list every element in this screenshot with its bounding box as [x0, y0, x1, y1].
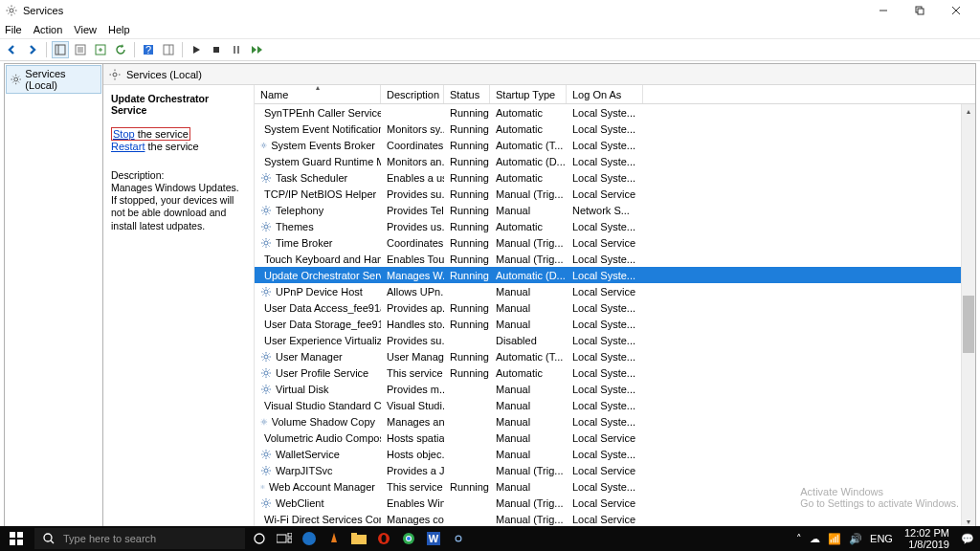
service-row[interactable]: System Events BrokerCoordinates...Runnin…	[255, 137, 975, 153]
tray-lang[interactable]: ENG	[870, 533, 893, 544]
cell-logon: Local Syste...	[567, 107, 643, 119]
service-row[interactable]: System Guard Runtime Mo...Monitors an...…	[255, 153, 975, 169]
services-app-icon	[6, 4, 19, 17]
properties-button[interactable]	[72, 41, 89, 58]
tray-onedrive-icon[interactable]: ☁	[810, 533, 820, 545]
stop-service-link[interactable]: Stop	[113, 128, 135, 140]
service-row[interactable]: Task SchedulerEnables a us...RunningAuto…	[255, 169, 975, 186]
tray-volume-icon[interactable]: 🔊	[849, 533, 862, 545]
show-hide-tree-button[interactable]	[52, 41, 69, 58]
col-description[interactable]: Description	[381, 85, 444, 103]
word-icon[interactable]: W	[421, 526, 446, 551]
service-row[interactable]: TCP/IP NetBIOS HelperProvides su...Runni…	[255, 186, 975, 202]
service-row[interactable]: Wi-Fi Direct Services Conne...Manages co…	[255, 511, 975, 527]
col-status[interactable]: Status	[444, 85, 490, 103]
service-row[interactable]: User Experience Virtualizatio...Provides…	[255, 332, 975, 348]
service-row[interactable]: User Data Storage_fee91aHandles sto...Ru…	[255, 316, 975, 332]
service-row[interactable]: System Event Notification S...Monitors s…	[255, 121, 975, 137]
cell-name: User Experience Virtualizatio...	[255, 335, 381, 346]
service-row[interactable]: Touch Keyboard and Hand...Enables Tou...…	[255, 251, 975, 267]
cell-name: System Guard Runtime Mo...	[255, 156, 381, 167]
scroll-thumb[interactable]	[963, 296, 974, 353]
forward-button[interactable]	[24, 41, 41, 58]
chrome-icon[interactable]	[396, 526, 421, 551]
service-row[interactable]: Time BrokerCoordinates...RunningManual (…	[255, 234, 975, 251]
tree-services-local[interactable]: Services (Local)	[6, 65, 101, 94]
restart-button[interactable]	[248, 41, 265, 58]
toggle-console-button[interactable]	[160, 41, 177, 58]
service-row[interactable]: WarpJITSvcProvides a JI...Manual (Trig..…	[255, 462, 975, 478]
scroll-up-icon[interactable]: ▴	[962, 104, 975, 119]
minimize-button[interactable]	[865, 0, 902, 21]
cell-desc: Provides su...	[381, 335, 444, 346]
menu-action[interactable]: Action	[33, 24, 63, 35]
tray-notifications-icon[interactable]: 💬	[961, 533, 974, 545]
taskbar[interactable]: Type here to search W ˄ ☁ 📶 🔊 ENG 12:02 …	[0, 526, 980, 551]
menu-help[interactable]: Help	[108, 24, 130, 35]
svg-point-30	[264, 241, 268, 245]
service-row[interactable]: User Data Access_fee91aProvides ap...Run…	[255, 299, 975, 316]
console-tree[interactable]: Services (Local)	[4, 63, 103, 530]
cell-desc: This service ...	[381, 367, 444, 379]
cell-logon: Local Service	[567, 432, 643, 444]
tray-wifi-icon[interactable]: 📶	[828, 533, 841, 545]
service-row[interactable]: WebClientEnables Win...Manual (Trig...Lo…	[255, 495, 975, 511]
services-list[interactable]: ▴Name Description Status Startup Type Lo…	[255, 85, 975, 529]
stop-button[interactable]	[208, 41, 225, 58]
edge-icon[interactable]	[297, 526, 322, 551]
start-button[interactable]	[0, 526, 33, 551]
svg-point-55	[44, 534, 52, 541]
play-button[interactable]	[188, 41, 205, 58]
vlc-icon[interactable]	[322, 526, 346, 551]
back-button[interactable]	[4, 41, 21, 58]
col-startup[interactable]: Startup Type	[490, 85, 567, 103]
menu-file[interactable]: File	[5, 24, 22, 35]
taskview-icon[interactable]	[272, 526, 297, 551]
service-row[interactable]: Virtual DiskProvides m...ManualLocal Sys…	[255, 381, 975, 397]
cell-desc: Monitors an...	[381, 156, 444, 167]
refresh-button[interactable]	[112, 41, 129, 58]
svg-rect-17	[213, 47, 219, 53]
cell-logon: Local Syste...	[567, 481, 643, 493]
close-button[interactable]	[938, 0, 974, 21]
service-row[interactable]: TelephonyProvides Tel...RunningManualNet…	[255, 202, 975, 218]
service-row[interactable]: Volumetric Audio Composit...Hosts spatia…	[255, 430, 975, 446]
service-row[interactable]: User ManagerUser Manag...RunningAutomati…	[255, 348, 975, 364]
col-logon[interactable]: Log On As	[567, 85, 643, 103]
service-row[interactable]: ThemesProvides us...RunningAutomaticLoca…	[255, 218, 975, 234]
description-label: Description:	[111, 169, 246, 182]
service-row[interactable]: Update Orchestrator ServiceManages W...R…	[255, 267, 975, 283]
vertical-scrollbar[interactable]: ▴ ▾	[961, 104, 975, 529]
service-row[interactable]: Visual Studio Standard Coll...Visual Stu…	[255, 397, 975, 413]
service-row[interactable]: WalletServiceHosts objec...ManualLocal S…	[255, 446, 975, 462]
service-row[interactable]: Volume Shadow CopyManages an...ManualLoc…	[255, 413, 975, 430]
service-row[interactable]: User Profile ServiceThis service ...Runn…	[255, 364, 975, 381]
cell-desc: Coordinates...	[381, 237, 444, 249]
menu-view[interactable]: View	[74, 24, 97, 35]
help-button[interactable]: ?	[140, 41, 157, 58]
cell-logon: Local Syste...	[567, 123, 643, 135]
restart-service-link[interactable]: Restart	[111, 141, 145, 152]
taskbar-search[interactable]: Type here to search	[34, 528, 245, 549]
pause-button[interactable]	[228, 41, 245, 58]
service-row[interactable]: Web Account ManagerThis service ...Runni…	[255, 478, 975, 495]
service-row[interactable]: SynTPEnh Caller ServiceRunningAutomaticL…	[255, 104, 975, 121]
services-taskbar-icon[interactable]	[446, 526, 471, 551]
col-name[interactable]: ▴Name	[255, 85, 381, 103]
service-row[interactable]: UPnP Device HostAllows UPn...ManualLocal…	[255, 283, 975, 299]
cell-status: Running	[444, 123, 490, 135]
cortana-icon[interactable]	[247, 526, 272, 551]
cell-logon: Local Service	[567, 465, 643, 476]
cell-desc: Manages co...	[381, 514, 444, 525]
maximize-button[interactable]	[902, 0, 938, 21]
cell-name: Virtual Disk	[255, 384, 381, 395]
tray-chevron-icon[interactable]: ˄	[796, 533, 802, 545]
tray-clock[interactable]: 12:02 PM1/8/2019	[901, 527, 953, 550]
export-button[interactable]	[92, 41, 109, 58]
cell-desc: Provides m...	[381, 384, 444, 395]
svg-point-65	[382, 535, 387, 542]
cell-status: Running	[444, 156, 490, 167]
cell-startup: Automatic	[490, 123, 567, 135]
opera-icon[interactable]	[371, 526, 396, 551]
file-explorer-icon[interactable]	[346, 526, 371, 551]
